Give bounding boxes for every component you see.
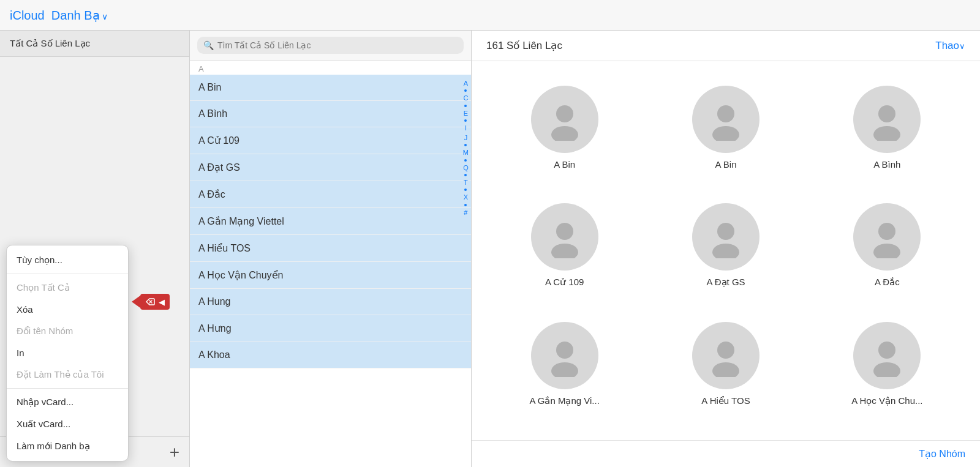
alpha-dot [464, 204, 467, 206]
all-contacts-label[interactable]: Tất Cả Số Liên Lạc [0, 31, 189, 57]
list-item[interactable]: A Học Vận Chuyển [190, 262, 471, 289]
contact-name: A Hiểu TOS [701, 395, 750, 406]
alpha-c[interactable]: C [463, 94, 468, 102]
search-bar: 🔍 [190, 31, 471, 61]
menu-divider-1 [7, 274, 128, 274]
svg-point-15 [712, 362, 739, 377]
alpha-dot [464, 144, 467, 146]
menu-item-xuat-vcard[interactable]: Xuất vCard... [7, 413, 128, 435]
svg-point-12 [556, 342, 573, 359]
avatar [531, 203, 598, 271]
person-icon [543, 334, 586, 377]
alpha-dot [464, 159, 467, 162]
list-item[interactable]: A Gắn Mạng Viettel [190, 208, 471, 235]
alpha-index: A C E I J M Q T X # [463, 61, 469, 467]
list-item[interactable]: A Khoa [190, 342, 471, 368]
alpha-m[interactable]: M [463, 148, 469, 157]
svg-point-2 [717, 105, 734, 122]
contact-grid-panel: 161 Số Liên Lạc Thao∨ A Bin [472, 31, 980, 467]
section-header-a: A [190, 61, 471, 75]
app-title: iCloud Danh Bạ∨ [10, 8, 108, 23]
brand-name: iCloud [10, 9, 45, 22]
svg-point-9 [712, 244, 739, 258]
menu-item-in[interactable]: In [7, 342, 128, 364]
alpha-dot [464, 89, 467, 92]
menu-divider-2 [7, 388, 128, 389]
alpha-dot [464, 189, 467, 191]
grid-header: 161 Số Liên Lạc Thao∨ [472, 31, 980, 61]
svg-point-1 [551, 126, 578, 141]
contact-name: A Gắn Mạng Vi... [529, 395, 599, 406]
alpha-dot [464, 105, 467, 107]
list-item[interactable]: A Đắc [190, 181, 471, 208]
svg-point-16 [878, 342, 895, 359]
menu-item-xoa[interactable]: Xóa [7, 299, 128, 320]
sidebar: Tất Cả Số Liên Lạc Tùy chọn... Chọn Tất … [0, 31, 190, 467]
contact-card[interactable]: A Hiểu TOS [645, 310, 806, 428]
delete-label: Xóa [17, 304, 33, 315]
list-item[interactable]: A Đạt GS [190, 154, 471, 181]
contact-card[interactable]: A Đạt GS [645, 191, 806, 309]
svg-point-8 [717, 223, 734, 240]
person-icon [543, 215, 586, 258]
alpha-t[interactable]: T [464, 178, 468, 187]
search-input[interactable] [217, 40, 458, 50]
list-item[interactable]: A Bin [190, 75, 471, 101]
arrow-pointer [132, 296, 140, 308]
avatar [692, 203, 760, 271]
list-item[interactable]: A Hưng [190, 315, 471, 342]
menu-item-tuy-chon[interactable]: Tùy chọn... [7, 249, 128, 271]
svg-point-6 [556, 223, 573, 240]
alpha-x[interactable]: X [464, 193, 468, 201]
add-contact-button[interactable]: + [170, 444, 179, 461]
alpha-dot [464, 119, 467, 122]
alpha-hash[interactable]: # [464, 208, 467, 217]
list-item[interactable]: A Cử 109 [190, 127, 471, 154]
alpha-i[interactable]: I [465, 124, 467, 132]
menu-item-doi-ten-nhom: Đổi tên Nhóm [7, 320, 128, 342]
svg-point-4 [878, 105, 895, 122]
create-group-button[interactable]: Tạo Nhóm [919, 448, 965, 460]
section-name: Danh Bạ [51, 9, 100, 22]
list-item[interactable]: A Bình [190, 101, 471, 127]
contact-list: A A Bin A Bình A Cử 109 A Đạt GS A Đắc A… [190, 61, 471, 467]
alpha-j[interactable]: J [464, 133, 468, 142]
top-bar: iCloud Danh Bạ∨ [0, 0, 980, 31]
contact-card[interactable]: A Cử 109 [484, 191, 645, 309]
contact-card[interactable]: A Bình [807, 73, 968, 191]
alpha-q[interactable]: Q [463, 163, 469, 172]
avatar [531, 86, 598, 153]
person-icon [704, 98, 747, 141]
list-item[interactable]: A Hiểu TOS [190, 235, 471, 262]
menu-item-chon-tat-ca: Chọn Tất Cả [7, 277, 128, 299]
avatar [531, 322, 598, 389]
list-item[interactable]: A Hung [190, 289, 471, 315]
contact-card[interactable]: A Học Vận Chu... [807, 310, 968, 428]
action-label: Thao [935, 40, 959, 51]
menu-item-nhap-vcard[interactable]: Nhập vCard... [7, 391, 128, 413]
context-menu: Tùy chọn... Chọn Tất Cả Xóa Đổi tên Nhóm… [6, 245, 129, 461]
contact-name: A Bin [715, 159, 736, 170]
svg-point-11 [873, 244, 900, 258]
action-button[interactable]: Thao∨ [935, 40, 965, 52]
menu-item-lam-moi[interactable]: Làm mới Danh bạ [7, 435, 128, 457]
grid-footer: Tạo Nhóm [472, 440, 980, 467]
avatar [692, 322, 760, 389]
chevron-icon[interactable]: ∨ [102, 12, 108, 21]
alpha-e[interactable]: E [464, 109, 468, 118]
contact-card[interactable]: A Gắn Mạng Vi... [484, 310, 645, 428]
avatar [853, 322, 921, 389]
main-layout: Tất Cả Số Liên Lạc Tùy chọn... Chọn Tất … [0, 31, 980, 467]
person-icon [704, 334, 747, 377]
person-icon [543, 98, 586, 141]
svg-point-13 [551, 362, 578, 377]
contact-name: A Đắc [875, 277, 900, 288]
action-chevron: ∨ [959, 42, 965, 51]
contact-card[interactable]: A Bin [645, 73, 806, 191]
contact-name: A Học Vận Chu... [851, 395, 922, 406]
contact-card[interactable]: A Đắc [807, 191, 968, 309]
svg-point-5 [873, 126, 900, 141]
alpha-a[interactable]: A [464, 79, 468, 88]
contact-card[interactable]: A Bin [484, 73, 645, 191]
grid-title: 161 Số Liên Lạc [486, 39, 562, 52]
